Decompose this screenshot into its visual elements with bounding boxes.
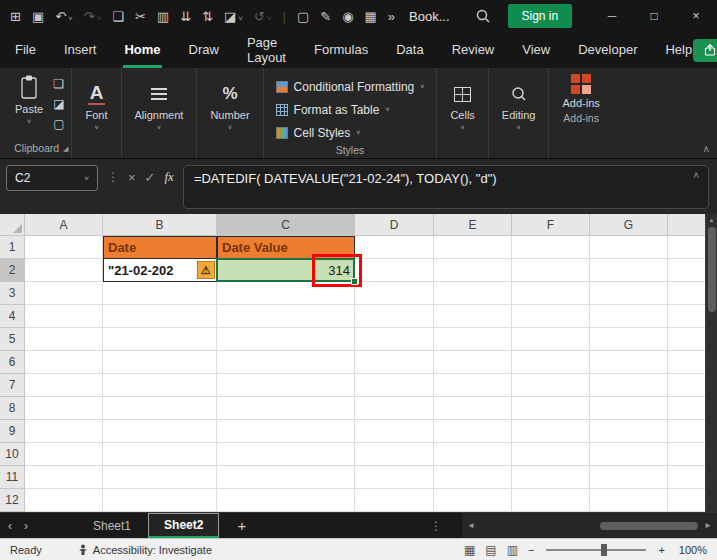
horizontal-scrollbar-track[interactable] <box>480 522 699 530</box>
row-header-2[interactable]: 2 <box>0 259 25 282</box>
menu-item-page-layout[interactable]: Page Layout <box>246 32 287 68</box>
cell-F6[interactable] <box>512 351 590 374</box>
paste-special-button[interactable]: ▢ <box>53 117 64 131</box>
cell-F8[interactable] <box>512 397 590 420</box>
scroll-up-icon[interactable]: ▴ <box>710 215 714 225</box>
cell-A9[interactable] <box>25 420 103 443</box>
cell-B9[interactable] <box>103 420 217 443</box>
zoom-out-icon[interactable]: − <box>528 544 534 556</box>
horizontal-scrollbar[interactable]: ◄ ► <box>462 513 717 538</box>
maximize-button[interactable]: □ <box>633 0 675 32</box>
cell-D4[interactable] <box>355 305 434 328</box>
cell-A7[interactable] <box>25 374 103 397</box>
cell-E9[interactable] <box>434 420 512 443</box>
row-header-5[interactable]: 5 <box>0 328 25 351</box>
undo-button[interactable]: ↶˅ <box>55 10 73 23</box>
cell-B3[interactable] <box>103 282 217 305</box>
error-warning-icon[interactable]: ⚠ <box>197 261 215 279</box>
cell-G1[interactable] <box>590 236 668 259</box>
cells-button[interactable]: Cells ˅ <box>444 79 480 134</box>
fill-handle[interactable] <box>351 278 358 285</box>
pin-icon[interactable]: ✎ <box>320 10 331 23</box>
cell-D3[interactable] <box>355 282 434 305</box>
status-mode[interactable]: Ready <box>10 544 42 556</box>
menu-item-developer[interactable]: Developer <box>577 32 638 68</box>
cell-D2[interactable] <box>355 259 434 282</box>
cell-E4[interactable] <box>434 305 512 328</box>
cell-C12[interactable] <box>217 489 355 512</box>
fill-color-button[interactable]: ◪˅ <box>224 10 243 23</box>
menu-item-formulas[interactable]: Formulas <box>313 32 369 68</box>
cell-D9[interactable] <box>355 420 434 443</box>
menu-item-review[interactable]: Review <box>451 32 496 68</box>
column-header-B[interactable]: B <box>103 214 217 236</box>
cell-A8[interactable] <box>25 397 103 420</box>
font-button[interactable]: A Font ˅ <box>79 79 113 134</box>
paste-button[interactable]: Paste ˅ <box>9 71 49 128</box>
cell-F2[interactable] <box>512 259 590 282</box>
cell-G3[interactable] <box>590 282 668 305</box>
column-header-F[interactable]: F <box>512 214 590 236</box>
document-icon[interactable]: ▢ <box>297 10 309 23</box>
cell-F12[interactable] <box>512 489 590 512</box>
cell-C5[interactable] <box>217 328 355 351</box>
zoom-slider-thumb[interactable] <box>601 544 607 556</box>
cell-G11[interactable] <box>590 466 668 489</box>
row-header-12[interactable]: 12 <box>0 489 25 512</box>
save-icon[interactable]: ▣ <box>32 10 44 23</box>
scroll-left-icon[interactable]: ◄ <box>467 521 475 530</box>
cell-G12[interactable] <box>590 489 668 512</box>
cell-D11[interactable] <box>355 466 434 489</box>
cell-F7[interactable] <box>512 374 590 397</box>
cell-A1[interactable] <box>25 236 103 259</box>
cell-A3[interactable] <box>25 282 103 305</box>
cell-E10[interactable] <box>434 443 512 466</box>
cell-G4[interactable] <box>590 305 668 328</box>
clipboard-dialog-launcher-icon[interactable]: ◢ <box>63 145 68 153</box>
menu-item-draw[interactable]: Draw <box>188 32 220 68</box>
cell-F10[interactable] <box>512 443 590 466</box>
cell-B5[interactable] <box>103 328 217 351</box>
sheet-options-icon[interactable]: ⋮ <box>430 519 442 533</box>
cell-B2[interactable]: "21-02-202⚠ <box>103 259 217 282</box>
cell-E7[interactable] <box>434 374 512 397</box>
cell-E11[interactable] <box>434 466 512 489</box>
cell-C7[interactable] <box>217 374 355 397</box>
cell-G7[interactable] <box>590 374 668 397</box>
sheet-nav-right-icon[interactable]: › <box>24 519 28 533</box>
minimize-button[interactable]: ─ <box>591 0 633 32</box>
cell-E8[interactable] <box>434 397 512 420</box>
row-header-4[interactable]: 4 <box>0 305 25 328</box>
zoom-in-icon[interactable]: + <box>658 544 664 556</box>
cell-A2[interactable] <box>25 259 103 282</box>
row-header-10[interactable]: 10 <box>0 443 25 466</box>
cell-G6[interactable] <box>590 351 668 374</box>
scroll-right-icon[interactable]: ► <box>704 521 712 530</box>
expand-formula-bar-icon[interactable]: ˄ <box>693 170 699 181</box>
redo-button[interactable]: ↷˅ <box>84 10 102 23</box>
menu-item-help[interactable]: Help <box>664 32 693 68</box>
cell-G10[interactable] <box>590 443 668 466</box>
row-header-1[interactable]: 1 <box>0 236 25 259</box>
add-sheet-button[interactable]: + <box>237 517 246 534</box>
cell-B8[interactable] <box>103 397 217 420</box>
cell-D10[interactable] <box>355 443 434 466</box>
cell-D6[interactable] <box>355 351 434 374</box>
zoom-level[interactable]: 100% <box>679 544 707 556</box>
copy-button[interactable]: ❏ <box>53 77 64 91</box>
cell-D7[interactable] <box>355 374 434 397</box>
sheet-tab-sheet1[interactable]: Sheet1 <box>78 513 146 538</box>
cell-B1[interactable]: Date <box>103 236 217 259</box>
cell-A12[interactable] <box>25 489 103 512</box>
menu-item-home[interactable]: Home <box>123 32 161 68</box>
row-header-11[interactable]: 11 <box>0 466 25 489</box>
cell-F1[interactable] <box>512 236 590 259</box>
cut-icon[interactable]: ✂ <box>135 10 146 23</box>
share-button[interactable]: Share ˅ <box>693 39 717 62</box>
column-header-C[interactable]: C <box>217 214 355 236</box>
cancel-icon[interactable]: × <box>128 170 136 185</box>
accessibility-status[interactable]: Accessibility: Investigate <box>78 544 212 556</box>
cell-D1[interactable] <box>355 236 434 259</box>
select-all-corner[interactable] <box>0 214 25 236</box>
cell-B12[interactable] <box>103 489 217 512</box>
